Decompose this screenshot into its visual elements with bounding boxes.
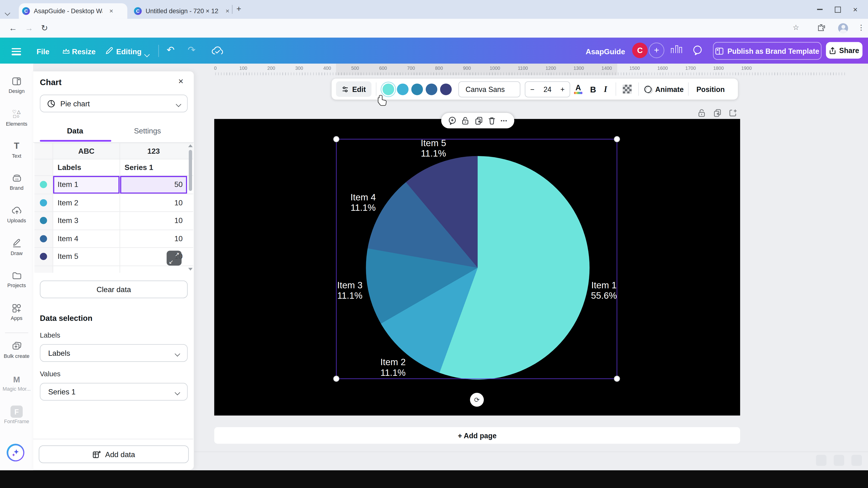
window-maximize-icon[interactable] xyxy=(830,4,845,15)
color-swatch-1[interactable] xyxy=(382,83,394,95)
text-color-button[interactable]: A xyxy=(574,84,582,94)
cell-label[interactable]: Item 2 xyxy=(53,194,120,212)
cell-value[interactable]: 10 xyxy=(120,194,187,212)
cell-value[interactable]: 50 xyxy=(120,176,187,193)
cell-label[interactable]: Item 4 xyxy=(53,230,120,247)
add-data-button[interactable]: Add data xyxy=(39,445,189,463)
share-button[interactable]: Share xyxy=(826,42,863,59)
window-close-icon[interactable]: × xyxy=(848,4,863,15)
reload-icon[interactable]: ↻ xyxy=(41,23,48,33)
color-swatch-2[interactable] xyxy=(397,83,408,95)
panel-close-icon[interactable]: × xyxy=(178,76,184,86)
sidebar-item-projects[interactable]: Projects xyxy=(0,269,33,288)
editing-chevron-icon[interactable] xyxy=(145,49,149,59)
add-page-button[interactable]: + Add page xyxy=(214,427,740,444)
bold-button[interactable]: B xyxy=(590,85,596,94)
redo-icon[interactable]: ↷ xyxy=(188,44,195,56)
add-comment-icon[interactable] xyxy=(448,116,457,125)
expand-table-handle[interactable]: ↗ ↙ xyxy=(166,251,181,265)
field-series[interactable]: Series 1 xyxy=(120,159,187,175)
lock-icon[interactable] xyxy=(461,116,470,125)
delete-trash-icon[interactable] xyxy=(488,116,496,125)
file-menu[interactable]: File xyxy=(36,47,50,56)
selection-handle-se[interactable] xyxy=(614,376,620,382)
italic-button[interactable]: I xyxy=(604,85,607,94)
chart-type-dropdown[interactable]: Pie chart xyxy=(40,95,188,112)
duplicate-page-icon[interactable] xyxy=(713,108,722,118)
undo-icon[interactable]: ↶ xyxy=(166,44,174,56)
tab-close-icon[interactable]: × xyxy=(223,7,232,15)
sidebar-item-uploads[interactable]: Uploads xyxy=(0,205,33,224)
cell-label[interactable]: Item 1 xyxy=(53,176,120,193)
scroll-down-icon[interactable] xyxy=(188,268,193,271)
color-swatch-3[interactable] xyxy=(411,83,423,95)
more-options-icon[interactable]: ••• xyxy=(500,118,507,123)
extensions-puzzle-icon[interactable] xyxy=(817,24,826,32)
bookmark-star-icon[interactable]: ☆ xyxy=(793,23,799,32)
share-upload-icon xyxy=(829,47,836,54)
rotate-handle[interactable]: ⟳ xyxy=(470,393,484,407)
sidebar-item-elements[interactable]: ♡△□○ Elements xyxy=(0,108,33,127)
color-swatch-4[interactable] xyxy=(426,83,437,95)
home-menu-icon[interactable] xyxy=(11,46,21,57)
comments-icon[interactable] xyxy=(692,45,703,56)
forward-icon[interactable]: → xyxy=(25,23,33,33)
values-dropdown[interactable]: Series 1 xyxy=(40,383,188,400)
sidebar-item-label: Bulk create xyxy=(0,354,33,359)
browser-menu-kebab-icon[interactable]: ⋮ xyxy=(857,23,865,32)
cell-value[interactable]: 10 xyxy=(120,212,187,229)
position-button[interactable]: Position xyxy=(696,85,724,93)
selection-handle-ne[interactable] xyxy=(614,136,620,142)
sidebar-item-bulk-create[interactable]: Bulk create xyxy=(0,340,33,359)
sidebar-item-draw[interactable]: Draw xyxy=(0,237,33,256)
tab-data[interactable]: Data xyxy=(67,127,83,135)
font-family-selector[interactable]: Canva Sans xyxy=(458,81,520,97)
sidebar-item-apps[interactable]: Apps xyxy=(0,302,33,321)
profile-avatar[interactable] xyxy=(838,23,848,33)
add-page-icon[interactable] xyxy=(728,108,738,118)
scrollbar-thumb[interactable] xyxy=(189,150,192,191)
canva-assistant-button[interactable] xyxy=(7,444,24,461)
new-tab-button[interactable]: + xyxy=(236,4,241,13)
clear-data-button[interactable]: Clear data xyxy=(40,281,188,298)
sidebar-item-magic-morph[interactable]: M Magic Mor... xyxy=(0,373,33,392)
animate-button[interactable]: Animate xyxy=(655,85,684,93)
tab-close-icon[interactable]: × xyxy=(107,7,116,15)
labels-dropdown[interactable]: Labels xyxy=(40,344,188,362)
window-minimize-icon[interactable] xyxy=(813,4,827,15)
insights-chart-icon[interactable] xyxy=(671,45,682,53)
cell-label[interactable]: Item 5 xyxy=(53,248,120,265)
lock-page-icon[interactable] xyxy=(698,108,706,118)
duplicate-icon[interactable] xyxy=(474,116,483,125)
column-header-123[interactable]: 123 xyxy=(120,143,187,159)
cell-label[interactable]: Item 3 xyxy=(53,212,120,229)
sidebar-item-text[interactable]: T Text xyxy=(0,140,33,159)
selection-handle-nw[interactable] xyxy=(333,136,339,142)
sparkle-icon xyxy=(8,445,23,460)
selection-handle-sw[interactable] xyxy=(333,376,339,382)
tab-list-chevron-icon[interactable] xyxy=(5,7,9,17)
sidebar-item-brand[interactable]: co Brand xyxy=(0,172,33,191)
browser-tab-active[interactable]: C AsapGuide - Desktop Wallpape × xyxy=(19,3,127,19)
edit-button[interactable]: Edit xyxy=(336,81,371,97)
color-swatch-5[interactable] xyxy=(440,83,452,95)
transparency-icon[interactable] xyxy=(623,85,632,94)
sidebar-item-design[interactable]: Design xyxy=(0,75,33,94)
avatar[interactable]: C xyxy=(632,43,648,58)
publish-brand-template-button[interactable]: Publish as Brand Template xyxy=(713,42,822,60)
font-size-increase[interactable]: + xyxy=(560,85,565,93)
browser-tab-inactive[interactable]: C Untitled design - 720 × 1280px × xyxy=(132,3,235,19)
cell-value[interactable]: 10 xyxy=(120,230,187,247)
tab-settings[interactable]: Settings xyxy=(134,127,161,135)
editing-mode-dropdown[interactable]: Editing xyxy=(116,47,142,56)
sidebar-item-fontframe[interactable]: F FontFrame xyxy=(0,405,33,424)
scroll-up-icon[interactable] xyxy=(188,144,193,148)
font-size-decrease[interactable]: − xyxy=(530,85,534,93)
column-header-abc[interactable]: ABC xyxy=(53,143,120,159)
selection-box[interactable] xyxy=(336,139,617,379)
font-size-value[interactable]: 24 xyxy=(544,85,552,93)
back-icon[interactable]: ← xyxy=(9,23,17,33)
resize-menu[interactable]: Resize xyxy=(72,47,96,56)
add-member-button[interactable]: + xyxy=(649,43,664,58)
field-labels[interactable]: Labels xyxy=(53,159,120,175)
